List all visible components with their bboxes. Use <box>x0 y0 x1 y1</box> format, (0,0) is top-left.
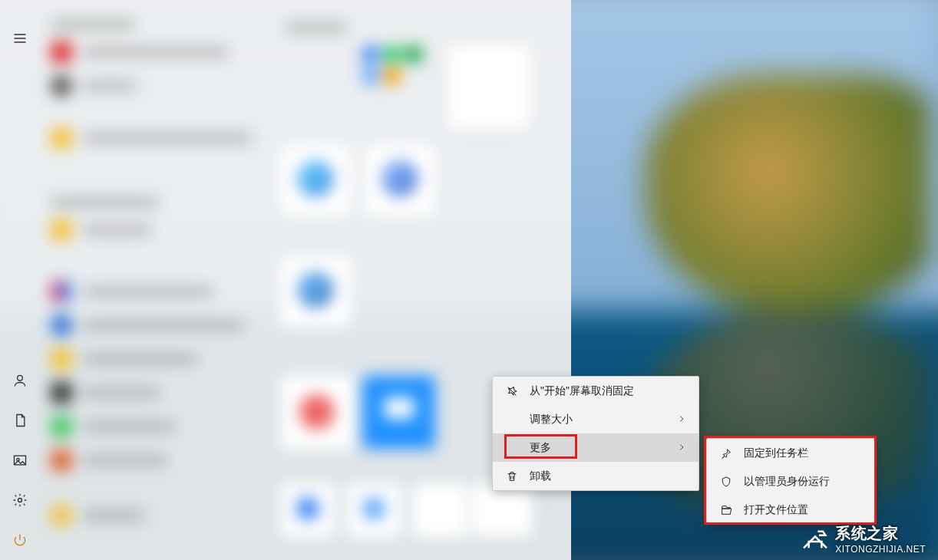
watermark: 系统之家 XITONGZHIJIA.NET <box>800 522 926 555</box>
user-button[interactable] <box>5 365 35 396</box>
watermark-title: 系统之家 <box>835 523 926 544</box>
trash-icon <box>505 470 519 483</box>
folder-icon <box>719 504 733 516</box>
context-item-resize[interactable]: 调整大小 <box>493 405 699 433</box>
context-item-label: 从"开始"屏幕取消固定 <box>530 384 634 398</box>
context-item-label: 卸载 <box>530 469 551 483</box>
start-app-list[interactable] <box>40 0 270 560</box>
submenu-item-run-admin[interactable]: 以管理员身份运行 <box>707 467 874 496</box>
svg-point-0 <box>18 375 23 380</box>
start-rail <box>0 0 40 560</box>
chevron-right-icon <box>677 413 686 426</box>
context-item-more[interactable]: 更多 <box>493 433 699 462</box>
chevron-right-icon <box>677 442 686 454</box>
pin-icon <box>719 447 733 460</box>
unpin-icon <box>505 385 519 397</box>
context-submenu-more: 固定到任务栏 以管理员身份运行 打开文件位置 <box>706 438 875 525</box>
svg-point-3 <box>18 499 22 502</box>
pictures-button[interactable] <box>5 445 35 476</box>
context-item-label: 调整大小 <box>530 413 573 427</box>
settings-button[interactable] <box>5 485 35 516</box>
watermark-url: XITONGZHIJIA.NET <box>835 544 926 555</box>
power-button[interactable] <box>5 525 35 555</box>
submenu-item-pin-taskbar[interactable]: 固定到任务栏 <box>707 439 874 467</box>
submenu-item-label: 打开文件位置 <box>744 503 808 517</box>
context-item-label: 更多 <box>530 441 551 455</box>
context-item-unpin[interactable]: 从"开始"屏幕取消固定 <box>493 377 699 405</box>
documents-button[interactable] <box>5 405 35 436</box>
context-menu: 从"开始"屏幕取消固定 调整大小 更多 卸载 <box>492 376 699 491</box>
submenu-item-open-location[interactable]: 打开文件位置 <box>707 496 874 524</box>
context-item-uninstall[interactable]: 卸载 <box>493 462 699 490</box>
start-menu <box>0 0 571 560</box>
submenu-item-label: 以管理员身份运行 <box>744 475 830 489</box>
submenu-item-label: 固定到任务栏 <box>744 446 808 460</box>
watermark-logo-icon <box>800 522 831 555</box>
shield-icon <box>719 476 733 488</box>
hamburger-button[interactable] <box>5 23 35 54</box>
